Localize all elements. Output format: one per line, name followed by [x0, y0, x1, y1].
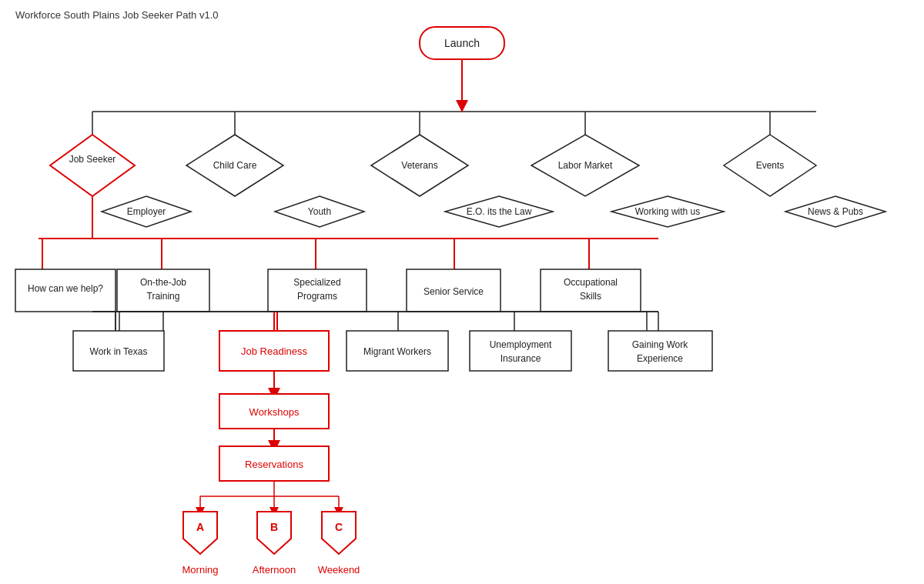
afternoon-label: Afternoon	[253, 564, 296, 576]
gaining-work-exp-node[interactable]	[608, 331, 712, 371]
migrant-workers-label: Migrant Workers	[363, 346, 431, 357]
launch-label: Launch	[444, 37, 480, 49]
occupational-skills-label: Occupational	[564, 277, 618, 288]
news-pubs-label: News & Pubs	[808, 206, 863, 217]
workshops-label: Workshops	[249, 406, 300, 418]
specialized-programs-label2: Programs	[297, 291, 337, 302]
job-seeker-node[interactable]	[50, 135, 135, 196]
gaining-work-exp-label: Gaining Work	[632, 339, 688, 350]
events-label: Events	[756, 160, 785, 171]
reservations-label: Reservations	[245, 459, 303, 470]
youth-label: Youth	[308, 206, 331, 217]
morning-label: Morning	[182, 564, 219, 576]
weekend-label: Weekend	[318, 564, 360, 576]
senior-service-label: Senior Service	[424, 286, 484, 297]
eo-law-label: E.O. its the Law	[467, 206, 532, 217]
weekend-badge-label: C	[335, 521, 343, 533]
gaining-work-exp-label2: Experience	[637, 353, 683, 364]
job-readiness-label: Job Readiness	[241, 345, 307, 357]
work-in-texas-label: Work in Texas	[90, 346, 148, 357]
unemployment-insurance-node[interactable]	[470, 331, 571, 371]
occupational-skills-label2: Skills	[580, 291, 601, 302]
employer-label: Employer	[127, 206, 166, 217]
how-help-label: How can we help?	[28, 283, 103, 294]
job-seeker-label: Job Seeker	[69, 154, 116, 165]
unemployment-insurance-label2: Insurance	[500, 353, 541, 364]
ojt-label: On-the-Job	[140, 277, 186, 288]
specialized-programs-label: Specialized	[293, 277, 340, 288]
afternoon-badge-label: B	[270, 521, 278, 533]
child-care-label: Child Care	[213, 160, 257, 171]
working-with-us-label: Working with us	[635, 206, 700, 217]
unemployment-insurance-label: Unemployment	[490, 339, 552, 350]
morning-badge-label: A	[196, 521, 204, 533]
veterans-label: Veterans	[401, 160, 437, 171]
labor-market-label: Labor Market	[558, 160, 613, 171]
ojt-label2: Training	[147, 291, 180, 302]
